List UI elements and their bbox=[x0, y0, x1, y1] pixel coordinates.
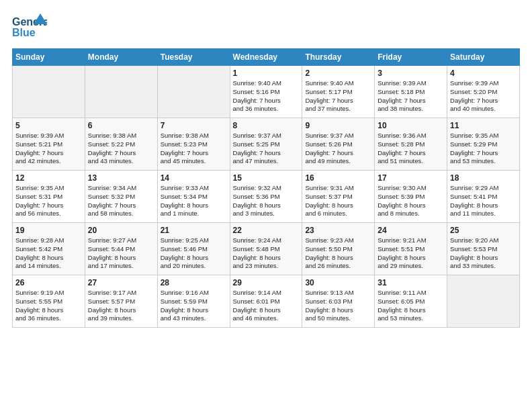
calendar-table: SundayMondayTuesdayWednesdayThursdayFrid… bbox=[12, 48, 520, 328]
day-number: 28 bbox=[161, 278, 227, 287]
day-number: 8 bbox=[233, 121, 300, 130]
page-container: General Blue SundayMondayTuesdayWednesda… bbox=[0, 0, 532, 334]
cell-content: Sunrise: 9:40 AMSunset: 5:17 PMDaylight:… bbox=[305, 79, 371, 113]
day-number: 12 bbox=[15, 173, 82, 183]
cell-content: Sunrise: 9:23 AMSunset: 5:50 PMDaylight:… bbox=[305, 236, 371, 271]
calendar-cell: 22Sunrise: 9:24 AMSunset: 5:48 PMDayligh… bbox=[230, 223, 302, 275]
day-number: 30 bbox=[305, 278, 371, 287]
day-number: 31 bbox=[378, 278, 444, 287]
day-number: 16 bbox=[305, 173, 371, 183]
calendar-cell: 23Sunrise: 9:23 AMSunset: 5:50 PMDayligh… bbox=[302, 223, 375, 275]
cell-content: Sunrise: 9:40 AMSunset: 5:16 PMDaylight:… bbox=[233, 79, 300, 113]
calendar-cell: 10Sunrise: 9:36 AMSunset: 5:28 PMDayligh… bbox=[375, 118, 447, 171]
cell-content: Sunrise: 9:37 AMSunset: 5:25 PMDaylight:… bbox=[233, 132, 300, 166]
day-number: 19 bbox=[15, 226, 82, 235]
day-number: 25 bbox=[450, 226, 517, 235]
cell-content: Sunrise: 9:17 AMSunset: 5:57 PMDaylight:… bbox=[88, 289, 154, 323]
calendar-cell: 26Sunrise: 9:19 AMSunset: 5:55 PMDayligh… bbox=[13, 275, 85, 328]
calendar-cell: 11Sunrise: 9:35 AMSunset: 5:29 PMDayligh… bbox=[447, 118, 520, 171]
cell-content: Sunrise: 9:38 AMSunset: 5:23 PMDaylight:… bbox=[161, 132, 227, 166]
cell-content: Sunrise: 9:29 AMSunset: 5:41 PMDaylight:… bbox=[450, 184, 517, 218]
calendar-cell bbox=[157, 66, 230, 118]
calendar-cell: 25Sunrise: 9:20 AMSunset: 5:53 PMDayligh… bbox=[447, 223, 520, 275]
cell-content: Sunrise: 9:35 AMSunset: 5:31 PMDaylight:… bbox=[15, 184, 82, 218]
calendar-cell: 7Sunrise: 9:38 AMSunset: 5:23 PMDaylight… bbox=[157, 118, 230, 171]
cell-content: Sunrise: 9:19 AMSunset: 5:55 PMDaylight:… bbox=[15, 289, 82, 323]
calendar-cell: 29Sunrise: 9:14 AMSunset: 6:01 PMDayligh… bbox=[230, 275, 302, 328]
calendar-cell: 9Sunrise: 9:37 AMSunset: 5:26 PMDaylight… bbox=[302, 118, 375, 171]
calendar-week-4: 19Sunrise: 9:28 AMSunset: 5:42 PMDayligh… bbox=[13, 223, 520, 275]
calendar-cell: 21Sunrise: 9:25 AMSunset: 5:46 PMDayligh… bbox=[157, 223, 230, 275]
calendar-body: 1Sunrise: 9:40 AMSunset: 5:16 PMDaylight… bbox=[13, 66, 520, 328]
calendar-cell: 5Sunrise: 9:39 AMSunset: 5:21 PMDaylight… bbox=[13, 118, 85, 171]
day-number: 18 bbox=[450, 173, 517, 183]
cell-content: Sunrise: 9:25 AMSunset: 5:46 PMDaylight:… bbox=[161, 236, 227, 271]
day-number: 11 bbox=[450, 121, 517, 130]
day-number: 14 bbox=[161, 173, 227, 183]
calendar-cell bbox=[447, 275, 520, 328]
calendar-cell: 31Sunrise: 9:11 AMSunset: 6:05 PMDayligh… bbox=[375, 275, 447, 328]
day-number: 6 bbox=[88, 121, 154, 130]
header: General Blue bbox=[12, 12, 520, 42]
calendar-cell bbox=[13, 66, 85, 118]
day-header-saturday: Saturday bbox=[447, 49, 520, 66]
calendar-cell: 14Sunrise: 9:33 AMSunset: 5:34 PMDayligh… bbox=[157, 171, 230, 223]
calendar-cell: 20Sunrise: 9:27 AMSunset: 5:44 PMDayligh… bbox=[85, 223, 157, 275]
day-number: 1 bbox=[233, 68, 300, 78]
cell-content: Sunrise: 9:31 AMSunset: 5:37 PMDaylight:… bbox=[305, 184, 371, 218]
day-number: 17 bbox=[378, 173, 444, 183]
cell-content: Sunrise: 9:38 AMSunset: 5:22 PMDaylight:… bbox=[88, 132, 154, 166]
calendar-cell: 28Sunrise: 9:16 AMSunset: 5:59 PMDayligh… bbox=[157, 275, 230, 328]
cell-content: Sunrise: 9:16 AMSunset: 5:59 PMDaylight:… bbox=[161, 289, 227, 323]
cell-content: Sunrise: 9:39 AMSunset: 5:18 PMDaylight:… bbox=[378, 79, 444, 113]
calendar-cell: 13Sunrise: 9:34 AMSunset: 5:32 PMDayligh… bbox=[85, 171, 157, 223]
day-number: 2 bbox=[305, 68, 371, 78]
day-number: 27 bbox=[88, 278, 154, 287]
day-header-monday: Monday bbox=[85, 49, 157, 66]
day-header-sunday: Sunday bbox=[13, 49, 85, 66]
cell-content: Sunrise: 9:36 AMSunset: 5:28 PMDaylight:… bbox=[378, 132, 444, 166]
cell-content: Sunrise: 9:21 AMSunset: 5:51 PMDaylight:… bbox=[378, 236, 444, 271]
cell-content: Sunrise: 9:32 AMSunset: 5:36 PMDaylight:… bbox=[233, 184, 300, 218]
day-number: 10 bbox=[378, 121, 444, 130]
cell-content: Sunrise: 9:28 AMSunset: 5:42 PMDaylight:… bbox=[15, 236, 82, 271]
svg-text:Blue: Blue bbox=[12, 27, 36, 38]
cell-content: Sunrise: 9:14 AMSunset: 6:01 PMDaylight:… bbox=[233, 289, 300, 323]
cell-content: Sunrise: 9:39 AMSunset: 5:21 PMDaylight:… bbox=[15, 132, 82, 166]
cell-content: Sunrise: 9:24 AMSunset: 5:48 PMDaylight:… bbox=[233, 236, 300, 271]
calendar-cell: 19Sunrise: 9:28 AMSunset: 5:42 PMDayligh… bbox=[13, 223, 85, 275]
cell-content: Sunrise: 9:39 AMSunset: 5:20 PMDaylight:… bbox=[450, 79, 517, 113]
day-number: 23 bbox=[305, 226, 371, 235]
cell-content: Sunrise: 9:37 AMSunset: 5:26 PMDaylight:… bbox=[305, 132, 371, 166]
day-number: 13 bbox=[88, 173, 154, 183]
calendar-cell: 15Sunrise: 9:32 AMSunset: 5:36 PMDayligh… bbox=[230, 171, 302, 223]
calendar-week-3: 12Sunrise: 9:35 AMSunset: 5:31 PMDayligh… bbox=[13, 171, 520, 223]
cell-content: Sunrise: 9:30 AMSunset: 5:39 PMDaylight:… bbox=[378, 184, 444, 218]
day-number: 3 bbox=[378, 68, 444, 78]
calendar-cell: 12Sunrise: 9:35 AMSunset: 5:31 PMDayligh… bbox=[13, 171, 85, 223]
calendar-cell: 4Sunrise: 9:39 AMSunset: 5:20 PMDaylight… bbox=[447, 66, 520, 118]
calendar-week-1: 1Sunrise: 9:40 AMSunset: 5:16 PMDaylight… bbox=[13, 66, 520, 118]
calendar-cell: 8Sunrise: 9:37 AMSunset: 5:25 PMDaylight… bbox=[230, 118, 302, 171]
day-number: 7 bbox=[161, 121, 227, 130]
day-number: 15 bbox=[233, 173, 300, 183]
day-number: 24 bbox=[378, 226, 444, 235]
calendar-cell: 1Sunrise: 9:40 AMSunset: 5:16 PMDaylight… bbox=[230, 66, 302, 118]
cell-content: Sunrise: 9:20 AMSunset: 5:53 PMDaylight:… bbox=[450, 236, 517, 271]
calendar-cell: 24Sunrise: 9:21 AMSunset: 5:51 PMDayligh… bbox=[375, 223, 447, 275]
day-number: 29 bbox=[233, 278, 300, 287]
calendar-cell: 18Sunrise: 9:29 AMSunset: 5:41 PMDayligh… bbox=[447, 171, 520, 223]
day-header-friday: Friday bbox=[375, 49, 447, 66]
day-number: 4 bbox=[450, 68, 517, 78]
calendar-cell: 30Sunrise: 9:13 AMSunset: 6:03 PMDayligh… bbox=[302, 275, 375, 328]
cell-content: Sunrise: 9:34 AMSunset: 5:32 PMDaylight:… bbox=[88, 184, 154, 218]
logo: General Blue bbox=[12, 12, 47, 42]
day-number: 22 bbox=[233, 226, 300, 235]
cell-content: Sunrise: 9:11 AMSunset: 6:05 PMDaylight:… bbox=[378, 289, 444, 323]
calendar-cell: 16Sunrise: 9:31 AMSunset: 5:37 PMDayligh… bbox=[302, 171, 375, 223]
calendar-cell: 17Sunrise: 9:30 AMSunset: 5:39 PMDayligh… bbox=[375, 171, 447, 223]
cell-content: Sunrise: 9:35 AMSunset: 5:29 PMDaylight:… bbox=[450, 132, 517, 166]
calendar-week-5: 26Sunrise: 9:19 AMSunset: 5:55 PMDayligh… bbox=[13, 275, 520, 328]
day-header-tuesday: Tuesday bbox=[157, 49, 230, 66]
cell-content: Sunrise: 9:33 AMSunset: 5:34 PMDaylight:… bbox=[161, 184, 227, 218]
